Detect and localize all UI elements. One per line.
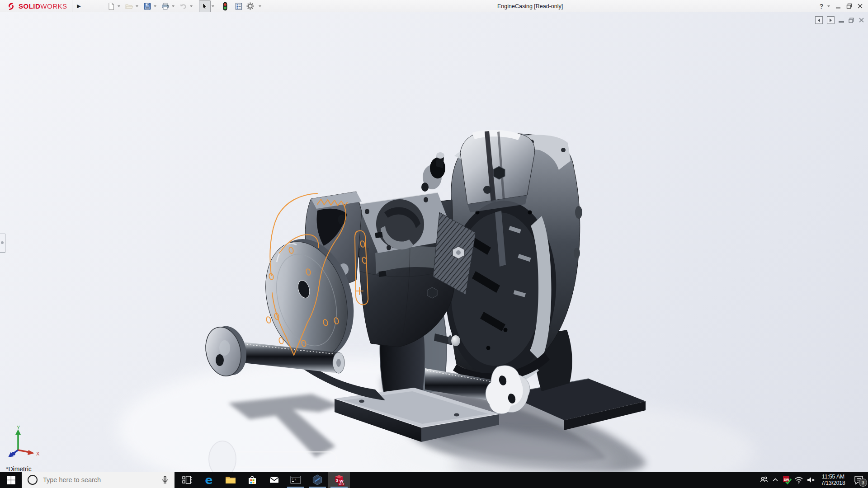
save-button[interactable] <box>142 1 153 12</box>
document-title: EngineCasing [Read-only] <box>497 3 563 9</box>
solidworks-logo: SOLIDWORKS <box>0 0 72 12</box>
command-prompt-icon: C:\ <box>290 474 302 485</box>
save-dropdown[interactable] <box>154 5 156 7</box>
start-button[interactable] <box>0 472 22 488</box>
rebuild-traffic-light-icon <box>222 2 228 11</box>
engine-casing-model[interactable] <box>0 12 868 472</box>
solidworks-2017-icon: S W 2017 <box>333 474 345 486</box>
task-view-icon <box>182 474 193 485</box>
options-gear-icon <box>246 2 255 10</box>
taskbar-clock[interactable]: 11:55 AM 7/13/2018 <box>818 474 848 486</box>
brand-name: SOLIDWORKS <box>19 2 67 10</box>
volume-muted-icon <box>806 475 816 485</box>
solidworks-2017-button[interactable]: S W 2017 <box>328 472 350 488</box>
open-folder-icon <box>125 2 133 10</box>
chevron-up-icon <box>771 475 780 484</box>
options-dropdown[interactable] <box>259 5 261 7</box>
help-dropdown[interactable] <box>827 5 830 7</box>
close-button[interactable] <box>854 1 865 12</box>
toolbar-flyout-button[interactable]: ▶ <box>74 1 84 12</box>
mail-button[interactable] <box>263 472 285 488</box>
brand-works: WORKS <box>40 2 67 10</box>
system-tray: SW 11:55 AM 7/13/2018 <box>758 472 868 488</box>
open-dropdown[interactable] <box>136 5 138 7</box>
new-dropdown[interactable] <box>118 5 120 7</box>
people-icon <box>759 475 769 485</box>
print-button[interactable] <box>160 1 171 12</box>
titlebar: SOLIDWORKS ▶ <box>0 0 868 13</box>
volume-button[interactable] <box>805 472 816 488</box>
select-button[interactable] <box>199 0 211 12</box>
graphics-viewport[interactable]: Y X *Dimetric <box>0 12 868 472</box>
new-button[interactable] <box>106 1 117 12</box>
print-dropdown[interactable] <box>172 5 175 7</box>
undo-icon <box>179 2 188 10</box>
options-button[interactable] <box>245 1 256 12</box>
action-center-button[interactable]: 3 <box>850 472 868 488</box>
microphone-icon[interactable] <box>160 475 170 485</box>
search-input[interactable] <box>42 476 148 484</box>
close-icon <box>857 3 863 9</box>
windows-logo-icon <box>7 476 15 484</box>
orientation-triad: Y X <box>3 424 41 459</box>
store-icon <box>247 474 258 485</box>
window-controls: ? <box>816 0 865 12</box>
taskbar-apps: e <box>176 472 350 488</box>
store-button[interactable] <box>241 472 263 488</box>
file-explorer-icon <box>225 474 236 485</box>
minimize-icon <box>835 4 841 9</box>
pane-left-icon <box>818 19 820 22</box>
sw-icon-s: S <box>336 478 339 483</box>
cortana-icon <box>28 475 38 485</box>
doc-restore-button[interactable] <box>848 17 854 23</box>
network-button[interactable] <box>793 472 805 488</box>
quick-access-toolbar <box>105 0 264 12</box>
print-icon <box>161 2 170 10</box>
pane-right-button[interactable] <box>827 16 835 24</box>
open-button[interactable] <box>124 1 135 12</box>
doc-minimize-button[interactable] <box>839 21 844 23</box>
clock-time: 11:55 AM <box>818 474 848 480</box>
people-button[interactable] <box>758 472 769 488</box>
select-dropdown[interactable] <box>212 5 214 7</box>
command-prompt-button[interactable]: C:\ <box>285 472 307 488</box>
document-window-controls <box>815 16 864 24</box>
rebuild-button[interactable] <box>220 1 231 12</box>
file-properties-icon <box>235 2 243 10</box>
hexagon-app-icon <box>311 474 323 486</box>
edge-icon: e <box>205 474 213 487</box>
pane-right-icon <box>830 19 832 22</box>
restore-button[interactable] <box>844 1 854 12</box>
help-button[interactable]: ? <box>816 1 827 12</box>
doc-close-button[interactable] <box>859 17 864 23</box>
splitter-dot-icon <box>1 241 4 244</box>
taskbar-search[interactable] <box>22 472 175 488</box>
panel-splitter-handle[interactable] <box>0 234 5 253</box>
cmd-prompt-text: C:\ <box>292 478 297 481</box>
new-document-icon <box>107 2 115 10</box>
notification-badge: 3 <box>859 479 867 487</box>
windows-taskbar: e <box>0 472 868 488</box>
minimize-button[interactable] <box>833 1 844 12</box>
solidworks-monitor-button[interactable]: SW <box>781 472 793 488</box>
edge-button[interactable]: e <box>198 472 220 488</box>
file-properties-button[interactable] <box>233 1 244 12</box>
task-view-button[interactable] <box>176 472 198 488</box>
undo-dropdown[interactable] <box>190 5 193 7</box>
triad-x-label: X <box>36 451 40 456</box>
pane-left-button[interactable] <box>815 16 823 24</box>
mail-icon <box>269 474 280 485</box>
brand-solid: SOLID <box>19 2 40 10</box>
select-cursor-icon <box>201 2 209 10</box>
sw-icon-year: 2017 <box>339 483 344 486</box>
clock-date: 7/13/2018 <box>818 480 848 486</box>
file-explorer-button[interactable] <box>220 472 241 488</box>
sw-icon-w: W <box>340 479 344 483</box>
carb-fittings <box>421 152 445 192</box>
tray-expand-button[interactable] <box>769 472 781 488</box>
hexagon-app-button[interactable] <box>307 472 328 488</box>
undo-button[interactable] <box>178 1 189 12</box>
ds-logo-icon <box>6 2 16 11</box>
save-icon <box>143 2 151 10</box>
sw-monitor-label: SW <box>784 478 790 482</box>
